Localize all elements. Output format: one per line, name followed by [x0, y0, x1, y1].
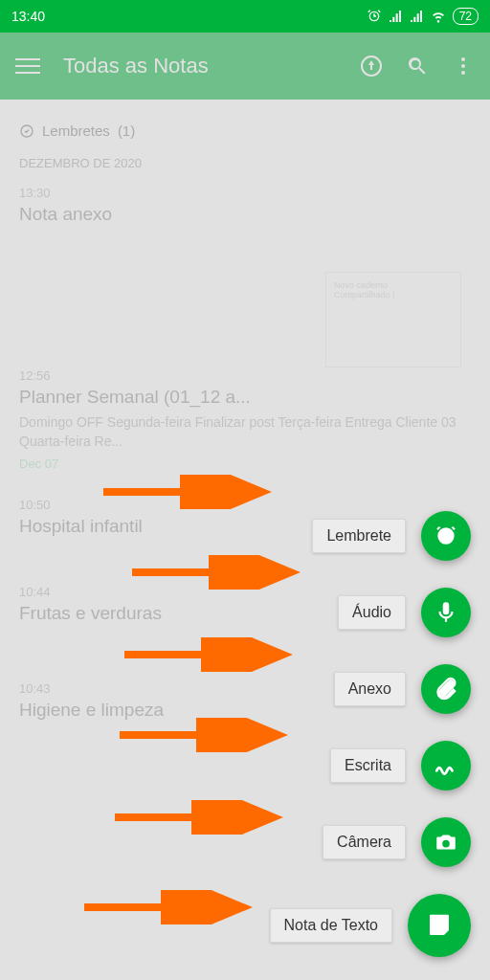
fab-label: Lembrete: [312, 519, 406, 553]
fab-label: Anexo: [334, 672, 406, 706]
page-title: Todas as Notas: [63, 54, 360, 78]
search-icon[interactable]: [406, 55, 429, 78]
fab-audio[interactable]: Áudio: [338, 588, 471, 637]
battery-indicator: 72: [453, 8, 479, 25]
fab-label: Áudio: [338, 595, 406, 630]
fab-reminder[interactable]: Lembrete: [312, 511, 471, 561]
note-item[interactable]: 12:56 Planner Semanal (01_12 a... Doming…: [19, 368, 471, 471]
fab-label: Nota de Texto: [270, 908, 392, 943]
status-bar: 13:40 72: [0, 0, 490, 33]
alarm-clock-icon: [434, 523, 458, 548]
status-right: 72: [367, 8, 479, 25]
note-item[interactable]: 13:30 Nota anexo: [19, 186, 471, 225]
paperclip-icon: [434, 677, 458, 702]
fab-camera[interactable]: Câmera: [323, 817, 471, 867]
svg-point-1: [461, 57, 465, 61]
status-time: 13:40: [11, 9, 45, 24]
fab-speed-dial: Lembrete Áudio Anexo Escrita Câmera Nota…: [270, 511, 471, 957]
fab-label: Escrita: [330, 748, 406, 783]
svg-point-2: [461, 64, 465, 68]
sync-icon[interactable]: [360, 55, 383, 78]
note-thumbnail: Novo cadernoCompartilhado |: [325, 272, 461, 368]
svg-point-3: [461, 71, 465, 75]
handwriting-icon: [434, 753, 458, 778]
section-reminders[interactable]: Lembretes (1): [19, 122, 471, 139]
signal-icon: [388, 9, 403, 24]
wifi-icon: [430, 9, 447, 24]
menu-icon[interactable]: [15, 58, 40, 74]
camera-icon: [434, 830, 458, 855]
fab-handwriting[interactable]: Escrita: [330, 741, 471, 791]
alarm-icon: [367, 9, 382, 24]
month-header: DEZEMBRO DE 2020: [19, 156, 471, 170]
reminder-small-icon: [19, 123, 34, 139]
more-icon[interactable]: [452, 55, 475, 78]
microphone-icon: [434, 600, 458, 625]
app-header: Todas as Notas: [0, 33, 490, 100]
fab-label: Câmera: [323, 825, 406, 859]
note-icon: [425, 911, 454, 940]
fab-attachment[interactable]: Anexo: [334, 664, 471, 714]
fab-text-note[interactable]: Nota de Texto: [270, 894, 471, 957]
signal-icon-2: [409, 9, 424, 24]
